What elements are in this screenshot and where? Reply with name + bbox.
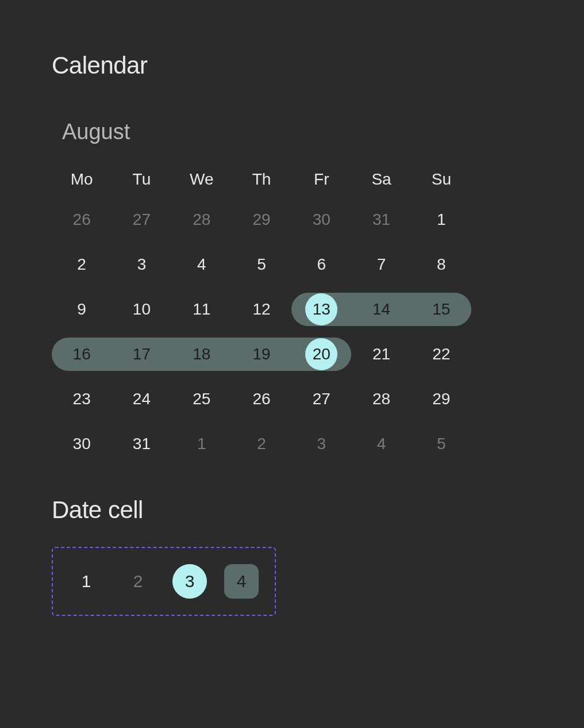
day-cell[interactable]: 31: [351, 203, 411, 236]
day-number: 27: [125, 204, 157, 236]
day-cell[interactable]: 15: [412, 293, 471, 326]
day-cell[interactable]: 4: [351, 427, 411, 461]
calendar-title: Calendar: [52, 52, 532, 79]
day-number: 2: [245, 428, 278, 460]
day-cell[interactable]: 26: [232, 382, 291, 416]
day-number: 9: [66, 293, 98, 325]
weekday-header: Mo: [52, 166, 112, 193]
day-number: 3: [125, 248, 157, 281]
date-cell-examples: 1234: [52, 547, 276, 616]
day-number: 15: [425, 293, 458, 325]
weekday-header: Sa: [351, 166, 411, 193]
weekday-header: Tu: [112, 166, 171, 193]
day-cell[interactable]: 12: [232, 293, 291, 326]
day-cell[interactable]: 19: [232, 338, 291, 371]
day-cell[interactable]: 17: [112, 338, 171, 371]
day-cell[interactable]: 14: [351, 293, 411, 326]
day-number: 14: [366, 293, 398, 325]
day-cell[interactable]: 10: [112, 293, 171, 326]
day-cell[interactable]: 29: [412, 382, 471, 416]
day-cell[interactable]: 27: [291, 382, 351, 416]
day-number: 23: [66, 383, 98, 415]
day-cell[interactable]: 4: [172, 248, 232, 281]
day-number: 19: [245, 338, 278, 370]
day-cell[interactable]: 26: [52, 203, 112, 236]
day-cell[interactable]: 18: [172, 338, 232, 371]
day-cell[interactable]: 30: [52, 427, 112, 461]
day-number: 4: [366, 428, 398, 460]
day-cell[interactable]: 5: [232, 248, 291, 281]
day-number: 30: [66, 428, 98, 460]
day-number: 31: [366, 204, 398, 236]
day-cell[interactable]: 11: [172, 293, 232, 326]
day-number: 10: [125, 293, 157, 325]
day-number: 2: [66, 248, 98, 281]
day-cell[interactable]: 8: [412, 248, 471, 281]
day-number: 28: [366, 383, 398, 415]
day-cell[interactable]: 20: [291, 338, 351, 371]
day-cell[interactable]: 6: [291, 248, 351, 281]
day-number: 3: [305, 428, 337, 460]
day-cell[interactable]: 27: [112, 203, 171, 236]
day-number: 26: [245, 383, 278, 415]
day-number: 27: [305, 383, 337, 415]
day-cell[interactable]: 24: [112, 382, 171, 416]
day-cell[interactable]: 31: [112, 427, 171, 461]
day-number: 5: [245, 248, 278, 281]
day-cell[interactable]: 5: [412, 427, 471, 461]
weekday-header: Th: [232, 166, 291, 193]
day-cell[interactable]: 28: [172, 203, 232, 236]
day-number: 22: [425, 338, 458, 370]
day-number: 1: [186, 428, 218, 460]
day-cell[interactable]: 28: [351, 382, 411, 416]
day-number: 25: [186, 383, 218, 415]
day-number: 13: [305, 293, 337, 325]
calendar-grid: MoTuWeThFrSaSu26272829303112345678910111…: [52, 166, 471, 472]
day-cell[interactable]: 7: [351, 248, 411, 281]
day-number: 8: [425, 248, 458, 281]
day-number: 7: [366, 248, 398, 281]
day-cell[interactable]: 13: [291, 293, 351, 326]
example-cell-muted[interactable]: 2: [121, 564, 155, 599]
day-number: 29: [245, 204, 278, 236]
day-number: 24: [125, 383, 157, 415]
example-cell-selected[interactable]: 3: [172, 564, 207, 599]
day-number: 29: [425, 383, 458, 415]
day-number: 30: [305, 204, 337, 236]
day-cell[interactable]: 30: [291, 203, 351, 236]
day-cell[interactable]: 3: [291, 427, 351, 461]
day-cell[interactable]: 29: [232, 203, 291, 236]
day-number: 26: [66, 204, 98, 236]
example-cell-normal[interactable]: 1: [69, 564, 103, 599]
day-number: 16: [66, 338, 98, 370]
weekday-header: Fr: [291, 166, 351, 193]
day-number: 5: [425, 428, 458, 460]
day-cell[interactable]: 23: [52, 382, 112, 416]
day-number: 12: [245, 293, 278, 325]
day-cell[interactable]: 21: [351, 338, 411, 371]
weekday-header: We: [172, 166, 232, 193]
day-cell[interactable]: 16: [52, 338, 112, 371]
day-cell[interactable]: 3: [112, 248, 171, 281]
day-number: 31: [125, 428, 157, 460]
day-number: 6: [305, 248, 337, 281]
day-cell[interactable]: 9: [52, 293, 112, 326]
example-cell-range-style[interactable]: 4: [224, 564, 259, 599]
day-number: 20: [305, 338, 337, 370]
month-label: August: [62, 120, 532, 144]
day-number: 1: [425, 204, 458, 236]
day-cell[interactable]: 2: [232, 427, 291, 461]
day-number: 4: [186, 248, 218, 281]
weekday-header: Su: [412, 166, 471, 193]
day-cell[interactable]: 1: [412, 203, 471, 236]
date-cell-title: Date cell: [52, 496, 532, 524]
day-cell[interactable]: 2: [52, 248, 112, 281]
day-cell[interactable]: 1: [172, 427, 232, 461]
day-number: 28: [186, 204, 218, 236]
day-cell[interactable]: 22: [412, 338, 471, 371]
day-cell[interactable]: 25: [172, 382, 232, 416]
day-number: 17: [125, 338, 157, 370]
day-number: 18: [186, 338, 218, 370]
day-number: 21: [366, 338, 398, 370]
day-number: 11: [186, 293, 218, 325]
